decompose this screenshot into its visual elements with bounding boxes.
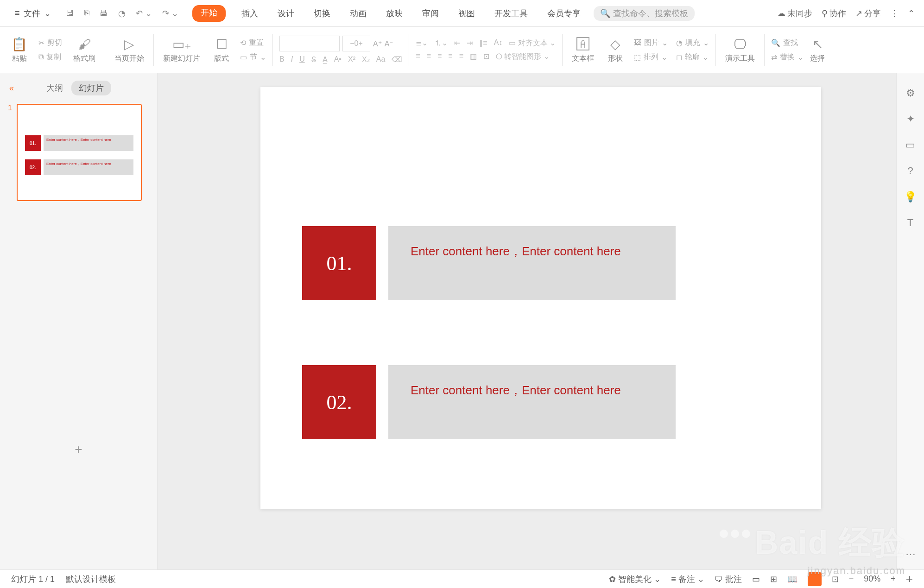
tab-review[interactable]: 审阅 [418, 5, 443, 22]
outline-tab[interactable]: 大纲 [46, 82, 63, 94]
italic-button[interactable]: I [291, 55, 293, 64]
increase-font-icon[interactable]: A⁺ [373, 39, 382, 48]
bullets-button[interactable]: ≣⌄ [416, 38, 428, 48]
slide-number-box-2[interactable]: 02. [302, 365, 376, 439]
distribute-button[interactable]: ≡ [459, 52, 463, 62]
text-icon[interactable]: T [907, 217, 913, 229]
reset-button[interactable]: ⟲ 重置 [240, 38, 266, 48]
notes-toggle[interactable]: ≡ 备注 ⌄ [671, 574, 704, 585]
shape-button[interactable]: ◇ 形状 [605, 35, 626, 65]
tab-start[interactable]: 开始 [192, 5, 226, 22]
share-button[interactable]: ↗ 分享 [855, 8, 881, 19]
reading-view-icon[interactable]: 📖 [787, 574, 797, 584]
indent-left-button[interactable]: ⇤ [454, 38, 460, 48]
change-case-button[interactable]: Aa [376, 55, 386, 64]
zoom-value[interactable]: 90% [864, 574, 880, 584]
section-button[interactable]: ▭ 节 ⌄ [240, 52, 266, 62]
collab-button[interactable]: ⚲ 协作 [822, 8, 846, 19]
columns-button[interactable]: ▥ [470, 52, 477, 62]
format-painter[interactable]: 🖌 格式刷 [70, 35, 98, 65]
save-icon[interactable]: 🖫 [66, 8, 74, 18]
tab-transition[interactable]: 切换 [310, 5, 334, 22]
strike-button[interactable]: S̶ [311, 55, 316, 64]
superscript-button[interactable]: X² [348, 55, 355, 64]
outline-button[interactable]: ◻ 轮廓 ⌄ [676, 52, 709, 62]
highlight-button[interactable]: A▪ [334, 55, 342, 64]
from-current-button[interactable]: ▷ 当页开始 [112, 35, 147, 65]
smart-beautify-button[interactable]: ✿ 智能美化 ⌄ [609, 574, 661, 585]
template-icon[interactable]: ▭ [905, 139, 915, 151]
font-select[interactable] [279, 36, 340, 51]
search-box[interactable]: 🔍 查找命令、搜索模板 [594, 6, 695, 21]
align-right-button[interactable]: ≡ [437, 52, 442, 62]
fill-button[interactable]: ◔ 填充 ⌄ [676, 38, 709, 48]
line-spacing-button[interactable]: ‖≡ [479, 38, 487, 48]
select-button[interactable]: ↖ 选择 [807, 35, 828, 65]
file-menu[interactable]: ≡ 文件 ⌄ [9, 5, 57, 22]
slide-canvas[interactable]: 01. Enter content here，Enter content her… [260, 87, 821, 509]
redo-icon[interactable]: ↷ ⌄ [162, 8, 178, 19]
idea-icon[interactable]: 💡 [904, 191, 917, 203]
help-icon[interactable]: ? [907, 165, 913, 177]
tab-view[interactable]: 视图 [455, 5, 479, 22]
sorter-view-icon[interactable]: ⊞ [770, 574, 777, 584]
sparkle-icon[interactable]: ✦ [906, 113, 915, 125]
more-icon[interactable]: ⋮ [890, 8, 899, 19]
picture-button[interactable]: 🖼 图片 ⌄ [634, 38, 668, 48]
slide-number-box-1[interactable]: 01. [302, 226, 376, 300]
preview-icon[interactable]: ◔ [118, 8, 126, 19]
slide-thumbnail-1[interactable]: 01. Enter content here，Enter content her… [17, 104, 142, 201]
tab-vip[interactable]: 会员专享 [544, 5, 584, 22]
align-left-button[interactable]: ≡ [416, 52, 420, 62]
font-color-button[interactable]: A̲ [323, 55, 328, 64]
tab-insert[interactable]: 插入 [238, 5, 262, 22]
add-slide-button[interactable]: + [5, 442, 152, 457]
slide-content-box-2[interactable]: Enter content here，Enter content here [388, 365, 676, 439]
cut-button[interactable]: ✂ 剪切 [38, 38, 62, 48]
textbox-button[interactable]: 🄰 文本框 [569, 35, 597, 65]
comments-toggle[interactable]: 🗨 批注 [715, 574, 742, 585]
indent-right-button[interactable]: ⇥ [467, 38, 473, 48]
fit-icon[interactable]: ⊡ [832, 574, 839, 584]
bold-button[interactable]: B [279, 55, 285, 64]
decrease-font-icon[interactable]: A⁻ [385, 39, 393, 48]
align-center-button[interactable]: ≡ [427, 52, 431, 62]
clear-format-button[interactable]: ⌫ [392, 55, 402, 64]
margins-button[interactable]: ⊡ [483, 52, 489, 62]
tab-slideshow[interactable]: 放映 [382, 5, 406, 22]
export-icon[interactable]: ⎘ [84, 8, 89, 18]
replace-button[interactable]: ⇄ 替换 ⌄ [771, 52, 804, 62]
layout-button[interactable]: ☐ 版式 [211, 35, 232, 65]
find-button[interactable]: 🔍 查找 [771, 38, 804, 48]
collapse-ribbon-icon[interactable]: ⌃ [908, 8, 915, 19]
undo-icon[interactable]: ↶ ⌄ [136, 8, 152, 19]
convert-smart-button[interactable]: ⬡ 转智能图形 ⌄ [496, 52, 550, 62]
text-direction-button[interactable]: A↕ [494, 38, 503, 48]
align-text-button[interactable]: ▭ 对齐文本 ⌄ [509, 38, 556, 48]
copy-button[interactable]: ⧉ 复制 [38, 52, 62, 62]
paste-group[interactable]: 📋 粘贴 [8, 35, 30, 65]
settings-sliders-icon[interactable]: ⚙ [906, 87, 915, 99]
numbering-button[interactable]: ⒈⌄ [434, 38, 448, 48]
slides-tab[interactable]: 幻灯片 [71, 81, 111, 95]
font-size-select[interactable]: − 0 + [342, 36, 370, 51]
tab-animation[interactable]: 动画 [346, 5, 370, 22]
tab-design[interactable]: 设计 [274, 5, 298, 22]
tab-dev[interactable]: 开发工具 [491, 5, 532, 22]
normal-view-icon[interactable]: ▭ [752, 574, 760, 584]
slideshow-view-icon[interactable] [808, 572, 822, 586]
arrange-button[interactable]: ⬚ 排列 ⌄ [634, 52, 668, 62]
new-slide-button[interactable]: ▭₊ 新建幻灯片 [160, 35, 203, 65]
underline-button[interactable]: U [299, 55, 305, 64]
print-icon[interactable]: 🖶 [100, 8, 108, 18]
slide-content-box-1[interactable]: Enter content here，Enter content here [388, 226, 676, 300]
justify-button[interactable]: ≡ [448, 52, 452, 62]
zoom-out-icon[interactable]: − [849, 574, 854, 584]
sync-button[interactable]: ☁ 未同步 [777, 8, 812, 19]
collapse-panel-icon[interactable]: « [9, 83, 14, 93]
subscript-button[interactable]: X₂ [362, 55, 370, 64]
more-tools-icon[interactable]: ⋯ [905, 548, 916, 560]
zoom-in-icon[interactable]: + [891, 574, 896, 584]
present-tools-button[interactable]: 🖵 演示工具 [722, 35, 758, 65]
add-panel-icon[interactable]: + [906, 572, 913, 586]
